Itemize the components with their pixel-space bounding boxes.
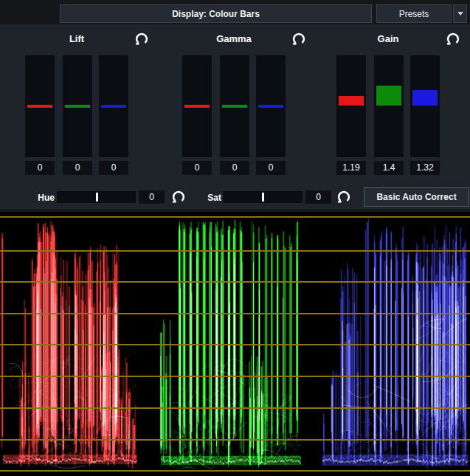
rgb-parade-waveform: [0, 212, 470, 476]
lift-section: Lift 0 0 0: [25, 31, 128, 179]
top-bar: Display: Colour Bars Presets: [0, 0, 470, 24]
lift-red-slider[interactable]: [25, 55, 55, 157]
gamma-red-slider[interactable]: [182, 55, 212, 157]
hue-slider[interactable]: [57, 191, 136, 203]
lift-reset-icon[interactable]: [134, 32, 149, 46]
slider-handle[interactable]: [222, 105, 247, 108]
gain-reset-icon[interactable]: [446, 32, 460, 46]
slider-handle[interactable]: [65, 105, 90, 108]
slider-handle[interactable]: [412, 90, 438, 106]
gain-section: Gain 1.19 1.4 1.32: [336, 31, 440, 179]
slider-handle[interactable]: [184, 105, 210, 108]
colour-correct-panel: Display: Colour Bars Presets Lift 0 0 0: [0, 0, 470, 476]
slider-handle[interactable]: [27, 105, 52, 108]
slider-handle[interactable]: [258, 105, 283, 108]
gamma-green-slider[interactable]: [220, 55, 249, 157]
gain-green-slider[interactable]: [374, 55, 404, 157]
lift-green-slider[interactable]: [63, 55, 92, 157]
gamma-green-value: 0: [220, 161, 249, 175]
presets-button[interactable]: Presets: [376, 4, 452, 23]
controls-panel: Display: Colour Bars Presets Lift 0 0 0: [0, 0, 470, 209]
slider-handle[interactable]: [262, 193, 264, 201]
gamma-section: Gamma 0 0 0: [182, 31, 286, 179]
hue-value: 0: [139, 190, 165, 204]
display-source-button[interactable]: Display: Colour Bars: [60, 4, 372, 23]
hue-reset-icon[interactable]: [171, 190, 186, 204]
gamma-blue-value: 0: [256, 161, 286, 175]
gamma-red-value: 0: [182, 161, 212, 175]
slider-handle[interactable]: [376, 86, 401, 106]
gain-red-value: 1.19: [336, 161, 366, 175]
gain-title: Gain: [336, 33, 440, 44]
gain-blue-slider[interactable]: [410, 55, 440, 157]
basic-auto-correct-button[interactable]: Basic Auto Correct: [364, 187, 469, 207]
slider-handle[interactable]: [96, 193, 98, 201]
presets-dropdown-button[interactable]: [453, 4, 467, 23]
lift-red-value: 0: [25, 161, 55, 175]
lift-blue-slider[interactable]: [99, 55, 128, 157]
lift-blue-value: 0: [99, 161, 128, 175]
hue-label: Hue: [22, 193, 55, 203]
sat-value: 0: [305, 190, 331, 204]
gain-green-value: 1.4: [374, 161, 404, 175]
sat-slider[interactable]: [223, 191, 303, 203]
gamma-reset-icon[interactable]: [291, 32, 306, 46]
chevron-down-icon: [457, 12, 463, 15]
gain-blue-value: 1.32: [410, 161, 440, 175]
slider-handle[interactable]: [339, 96, 364, 106]
slider-handle[interactable]: [101, 105, 126, 108]
gamma-blue-slider[interactable]: [256, 55, 286, 157]
gamma-title: Gamma: [182, 33, 286, 44]
gain-red-slider[interactable]: [336, 55, 366, 157]
sat-reset-icon[interactable]: [336, 190, 351, 204]
lift-title: Lift: [25, 33, 128, 44]
lift-green-value: 0: [63, 161, 92, 175]
sat-label: Sat: [189, 193, 221, 203]
